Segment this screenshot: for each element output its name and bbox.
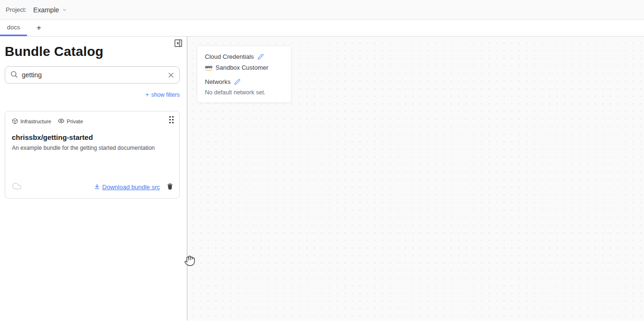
download-bundle-label: Download bundle src <box>102 183 160 191</box>
main-area: Bundle Catalog + show filters <box>0 37 644 321</box>
cloud-credentials-section: Cloud Credentials <box>205 53 284 60</box>
cloud-icon <box>12 181 22 193</box>
project-label: Project: <box>6 6 27 13</box>
bundle-description: An example bundle for the getting starte… <box>12 145 173 151</box>
bundle-card-footer: Download bundle src <box>12 181 174 193</box>
collapse-panel-button[interactable] <box>174 39 183 49</box>
bundle-search-box[interactable] <box>5 66 180 83</box>
drag-handle-dots <box>172 116 174 123</box>
infrastructure-badge: Infrastructure <box>12 118 51 125</box>
project-selector-value: Example <box>33 6 59 14</box>
networks-section: Networks <box>205 78 284 85</box>
networks-value: No default network set. <box>205 89 284 96</box>
project-canvas[interactable]: Cloud Credentials aws Sandbox Customer N… <box>187 37 644 321</box>
eye-icon <box>58 118 64 125</box>
drag-handle[interactable] <box>169 116 174 123</box>
collapse-panel-icon <box>174 39 183 49</box>
clear-search-icon[interactable] <box>167 72 175 79</box>
top-bar: Project: Example <box>0 0 644 20</box>
private-badge: Private <box>58 118 83 125</box>
page-title: Bundle Catalog <box>5 44 180 59</box>
trash-icon <box>166 183 174 192</box>
box-icon <box>12 118 18 125</box>
cloud-credentials-value-row: aws Sandbox Customer <box>205 64 284 71</box>
edit-networks-icon[interactable] <box>234 79 240 85</box>
show-filters-label: show filters <box>151 92 180 98</box>
cloud-credentials-value: Sandbox Customer <box>216 64 268 71</box>
show-filters-link[interactable]: + show filters <box>145 91 180 98</box>
project-selector[interactable]: Example <box>33 6 66 14</box>
tab-docs[interactable]: docs <box>0 20 27 36</box>
bundle-catalog-panel: Bundle Catalog + show filters <box>0 37 187 321</box>
edit-cloud-credentials-icon[interactable] <box>258 54 264 60</box>
bundle-title[interactable]: chrissbx/getting-started <box>12 133 173 141</box>
add-tab-button[interactable]: + <box>31 20 47 36</box>
project-defaults-card: Cloud Credentials aws Sandbox Customer N… <box>197 46 292 103</box>
cloud-credentials-label: Cloud Credentials <box>205 53 254 60</box>
aws-logo-icon: aws <box>205 64 212 71</box>
download-icon <box>94 183 100 191</box>
search-icon <box>10 70 18 80</box>
search-input[interactable] <box>22 71 167 79</box>
chevron-down-icon <box>62 6 67 14</box>
plus-icon: + <box>145 91 149 98</box>
download-bundle-link[interactable]: Download bundle src <box>94 183 160 191</box>
filters-row: + show filters <box>5 91 180 98</box>
networks-label: Networks <box>205 78 230 85</box>
drag-handle-dots <box>169 116 171 123</box>
delete-bundle-button[interactable] <box>166 183 174 192</box>
bundle-card[interactable]: Infrastructure Private chrissbx/getting-… <box>5 111 180 199</box>
badge-row: Infrastructure Private <box>12 118 173 125</box>
infrastructure-badge-label: Infrastructure <box>20 119 51 124</box>
tab-bar: docs + <box>0 20 644 37</box>
private-badge-label: Private <box>67 119 83 124</box>
